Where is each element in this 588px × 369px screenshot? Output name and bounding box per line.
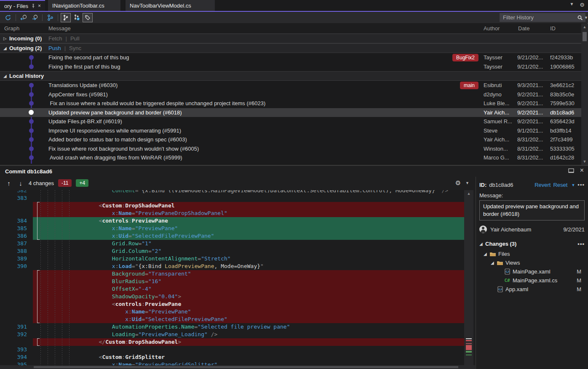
history-scrollbar[interactable]: ▲ ▼ [581, 24, 588, 165]
code-text: BlurRadius="16" [33, 278, 161, 285]
more-actions-icon[interactable]: ••• [577, 182, 585, 188]
expanded-triangle-icon[interactable]: ◢ [3, 46, 9, 50]
changes-more-icon[interactable]: ••• [577, 241, 585, 247]
search-icon[interactable] [577, 15, 583, 21]
reset-button[interactable]: Reset [553, 182, 567, 188]
code-line: 394 <Custom:GridSplitter [0, 353, 464, 361]
section-actions: Push|Sync [48, 45, 81, 51]
commit-message: Updated preview pane background and bord… [48, 109, 484, 116]
editor-scrollbar[interactable]: ▲ [464, 190, 473, 365]
code-line: x:Name="PreviewPaneDropShadowPanel" [0, 210, 464, 217]
diff-block-bracket [37, 225, 40, 232]
section-label: Incoming (0) [9, 35, 42, 42]
fetch-action[interactable]: Fetch [48, 35, 62, 42]
diff-block-bracket [37, 217, 40, 225]
tree-item-app-xaml[interactable]: App.xamlM [479, 285, 585, 294]
pin-icon[interactable] [31, 4, 35, 8]
search-options-chevron-icon[interactable]: ▼ [584, 16, 588, 20]
tree-item-files[interactable]: ◢Files [479, 250, 585, 258]
next-change-icon[interactable]: ↓ [17, 180, 24, 187]
line-number [0, 300, 33, 308]
close-pane-icon[interactable]: × [580, 167, 584, 174]
commit-row[interactable]: Fixing the second part of this bugBugFix… [0, 53, 581, 62]
revert-button[interactable]: Revert [535, 182, 551, 188]
commit-message-box[interactable]: Updated preview pane background and bord… [479, 200, 585, 220]
diff-settings-chevron-icon[interactable]: ▼ [465, 181, 469, 185]
avatar [479, 226, 487, 233]
diff-settings-gear-icon[interactable]: ⚙ [455, 179, 461, 187]
commit-row[interactable]: Updated preview pane background and bord… [0, 108, 581, 117]
commit-row[interactable]: Update Files.pt-BR.xlf (#6019)Samuel R..… [0, 117, 581, 126]
pull-action[interactable]: Pull [70, 35, 80, 42]
code-line: Background="Transparent" [0, 270, 464, 278]
commit-date: 9/2/2021 [563, 226, 585, 233]
code-line: 384 <controls:PreviewPane [0, 217, 464, 225]
section-header-outgoing-2-[interactable]: ◢Outgoing (2)Push|Sync [0, 43, 581, 53]
section-header-incoming-0-[interactable]: ▷Incoming (0)Fetch|Pull [0, 34, 581, 43]
column-date[interactable]: Date [518, 25, 529, 32]
commit-row[interactable]: Fixing the first part of this bugTaysser… [0, 62, 581, 72]
close-icon[interactable]: × [38, 3, 41, 8]
commit-author: Taysser [484, 54, 517, 61]
show-all-branches-icon[interactable] [72, 13, 82, 22]
filter-history-input[interactable] [503, 14, 577, 21]
tree-item-views[interactable]: ◢Views [479, 258, 585, 267]
tab-list-chevron-icon[interactable]: ▼ [569, 2, 574, 8]
refresh-icon[interactable] [3, 13, 13, 22]
commit-row[interactable]: AppCenter fixes (#5981)d2dyno9/2/2021...… [0, 90, 581, 99]
section-header-local-history[interactable]: ◢Local History [0, 71, 581, 81]
column-graph[interactable]: Graph [4, 25, 19, 32]
sync-action[interactable]: Sync [69, 45, 81, 51]
commit-message: Update Files.pt-BR.xlf (#6019) [48, 118, 484, 125]
tab-navtoolbarviewmodel[interactable]: NavToolbarViewModel.cs [126, 0, 215, 11]
code-line: ShadowOpacity="0.04"> [0, 293, 464, 300]
column-author[interactable]: Author [484, 25, 500, 32]
editor-horizontal-scrollbar[interactable] [0, 365, 475, 369]
branch-icon[interactable] [45, 13, 55, 22]
changes-header[interactable]: ◢ Changes (3) ••• [479, 241, 585, 247]
window-gear-icon[interactable]: ⚙ [580, 2, 585, 8]
vs-history-window: ory - Files × INavigationToolbar.cs NavT… [0, 0, 588, 369]
reset-chevron-icon[interactable]: ▼ [571, 183, 575, 187]
commit-id: db1c8ad6 [550, 109, 581, 116]
modified-status: M [577, 286, 581, 292]
scroll-up-icon[interactable]: ▲ [581, 24, 588, 30]
scroll-down-icon[interactable]: ▼ [581, 158, 588, 165]
tab-history-files[interactable]: ory - Files × [0, 0, 45, 11]
push-icon[interactable] [29, 13, 40, 22]
expanded-triangle-icon[interactable]: ◢ [3, 74, 9, 78]
previous-change-icon[interactable]: ↑ [5, 180, 13, 187]
scrollbar-thumb[interactable] [583, 32, 587, 41]
tree-item-mainpage-xaml[interactable]: MainPage.xamlM [479, 267, 585, 276]
float-window-icon[interactable] [568, 168, 574, 173]
commit-row[interactable]: Fix issue where root background brush wo… [0, 144, 581, 154]
column-message[interactable]: Message [48, 25, 71, 32]
changes-expander-icon[interactable]: ◢ [479, 242, 485, 246]
expanded-triangle-icon[interactable]: ◢ [491, 260, 496, 265]
commit-id: 53333305 [550, 146, 581, 152]
commit-date: 8/31/202... [517, 146, 550, 152]
show-graph-icon[interactable] [61, 13, 71, 22]
code-line: 382 Content="{x:Bind ((ViewModels:MainPa… [0, 190, 464, 194]
commit-row[interactable]: Translations Update (#6030)mainEsibruti9… [0, 81, 581, 90]
commit-row[interactable]: Improve UI responsiveness while enumerat… [0, 126, 581, 135]
editor-scroll-up-icon[interactable]: ▲ [464, 190, 473, 197]
diff-block-bracket [37, 210, 40, 217]
column-id[interactable]: ID [550, 25, 556, 32]
commit-id: 83b35c0e [550, 91, 581, 98]
diff-editor[interactable]: 382 Content="{x:Bind ((ViewModels:MainPa… [0, 190, 464, 365]
show-tags-icon[interactable] [83, 13, 93, 22]
commit-date: 9/2/2021... [517, 100, 550, 106]
code-text: x:Name="PreviewPaneDropShadowPanel" [33, 210, 227, 217]
commit-date: 9/21/202... [517, 64, 550, 70]
tree-item-mainpage-xaml-cs[interactable]: C#MainPage.xaml.csM [479, 276, 585, 285]
push-action[interactable]: Push [48, 45, 61, 51]
expanded-triangle-icon[interactable]: ◢ [484, 252, 489, 256]
commit-row[interactable]: Avoid crash when dragging files from Win… [0, 153, 581, 162]
commit-message: Avoid crash when dragging files from Win… [48, 154, 484, 161]
commit-row[interactable]: Added border to status bar to match desi… [0, 135, 581, 144]
commit-row[interactable]: Fix an issue where a rebuild would be tr… [0, 99, 581, 108]
fetch-icon[interactable] [19, 13, 29, 22]
collapsed-triangle-icon[interactable]: ▷ [3, 36, 9, 41]
tab-inavigationtoolbar[interactable]: INavigationToolbar.cs [48, 0, 120, 11]
